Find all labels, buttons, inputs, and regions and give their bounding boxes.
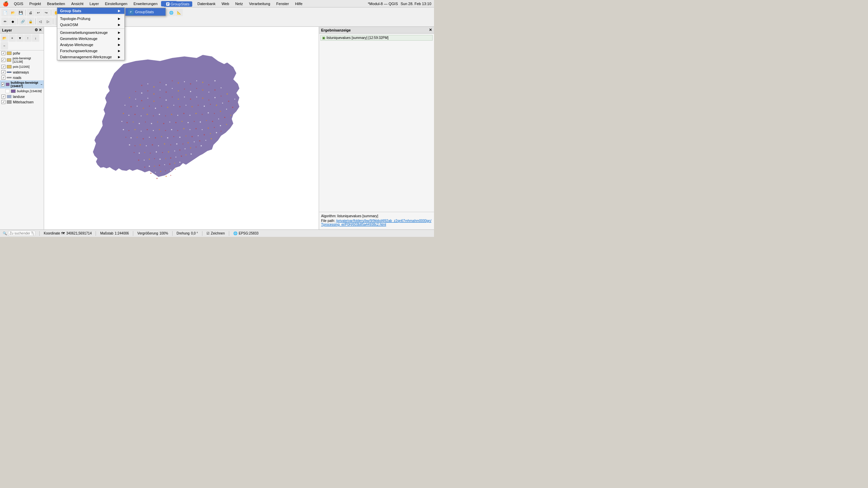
svg-point-180 xyxy=(154,166,155,167)
tb-open[interactable]: 📂 xyxy=(9,9,17,16)
tb-digitize[interactable]: ✏ xyxy=(1,18,9,25)
layer-item-landuse[interactable]: ✓ landuse xyxy=(0,94,44,99)
results-header: Ergebnisanzeige ✕ xyxy=(319,27,434,34)
svg-point-41 xyxy=(196,97,197,98)
svg-point-59 xyxy=(198,105,199,106)
svg-point-165 xyxy=(196,146,197,147)
layer-checkbox-pofw[interactable]: ✓ xyxy=(1,51,5,55)
layer-item-pois[interactable]: ✓ pois [12265] xyxy=(0,64,44,69)
svg-point-13 xyxy=(209,84,210,85)
svg-point-160 xyxy=(168,151,169,152)
svg-point-93 xyxy=(169,122,170,123)
layer-icon-buildings-sub xyxy=(11,89,16,93)
svg-point-97 xyxy=(194,121,195,122)
layers-tb-open[interactable]: 📂 xyxy=(1,34,8,42)
tb-new[interactable]: 📄 xyxy=(1,9,9,16)
layer-item-waterways[interactable]: ✓ waterways xyxy=(0,69,44,75)
menu-datamgmt[interactable]: Datenmanagement-Werkzeuge ▶ xyxy=(57,54,124,60)
apple-menu[interactable]: 🍎 xyxy=(3,1,8,6)
menu-geotools[interactable]: Geoverarbeitungswerkzeuge ▶ xyxy=(57,29,124,36)
svg-point-54 xyxy=(167,107,169,108)
menu-geometry[interactable]: Geometrie-Werkzeuge ▶ xyxy=(57,36,124,42)
algorithm-label: Algorithm: xyxy=(321,214,336,218)
layers-header-icons: ⚙ ✕ xyxy=(35,28,42,32)
menu-layer[interactable]: Layer xyxy=(87,1,102,6)
svg-point-10 xyxy=(190,83,191,85)
results-close-icon[interactable]: ✕ xyxy=(429,28,432,32)
layers-settings-icon[interactable]: ⚙ xyxy=(35,28,38,32)
result-item-listuniquevalues[interactable]: ▣ listuniquevalues [summary] [12:59:32PM… xyxy=(320,35,433,41)
svg-point-95 xyxy=(181,121,182,122)
menu-groupstats[interactable]: Group Stats ▶ xyxy=(57,8,124,14)
tb-snapping[interactable]: 🔗 xyxy=(19,18,26,25)
svg-point-148 xyxy=(182,143,183,144)
layer-checkbox-landuse[interactable]: ✓ xyxy=(1,95,5,99)
tb-print[interactable]: 🖨 xyxy=(27,9,34,16)
menu-fenster[interactable]: Fenster xyxy=(274,1,292,6)
layer-checkbox-pois[interactable]: ✓ xyxy=(1,65,5,69)
svg-point-25 xyxy=(196,88,197,89)
tb-lock[interactable]: 🔒 xyxy=(27,18,34,25)
menu-hilfe[interactable]: Hilfe xyxy=(292,1,305,6)
submenu-groupstats[interactable]: P GroupStats xyxy=(125,8,165,16)
layer-checkbox-pois-bereinigt[interactable]: ✓ xyxy=(1,58,5,62)
svg-point-78 xyxy=(195,113,197,114)
menu-research[interactable]: Forschungswerkzeuge ▶ xyxy=(57,48,124,54)
layer-checkbox-buildings-sub[interactable] xyxy=(5,89,9,93)
layers-tb-filter[interactable]: ▼ xyxy=(16,34,24,42)
layer-checkbox-buildings-bereinigt[interactable]: ✓ xyxy=(1,82,4,86)
menu-qgis[interactable]: QGIS xyxy=(11,1,26,6)
menu-bearbeiten[interactable]: Bearbeiten xyxy=(44,1,68,6)
tb-redo[interactable]: ↪ xyxy=(42,9,50,16)
menu-analysis[interactable]: Analyse-Werkzeuge ▶ xyxy=(57,42,124,48)
layer-item-roads[interactable]: ✓ roads xyxy=(0,75,44,80)
search-input[interactable] xyxy=(8,231,35,236)
svg-point-68 xyxy=(134,114,136,115)
render-checkbox[interactable]: ☑ xyxy=(206,231,210,235)
tb-save[interactable]: 💾 xyxy=(17,9,24,16)
menu-datenbank[interactable]: Datenbank xyxy=(195,1,218,6)
vector-menu[interactable]: Group Stats ▶ Topologie-Prüfung ▶ QuickO… xyxy=(57,7,125,60)
filepath-link[interactable]: /private/var/folders/bw/9/9kkkd4l92ab_z2… xyxy=(321,219,431,226)
tb-undo[interactable]: ↩ xyxy=(35,9,42,16)
menu-web[interactable]: Web xyxy=(219,1,232,6)
svg-point-183 xyxy=(169,163,171,165)
layers-close-icon[interactable]: ✕ xyxy=(39,28,42,32)
algorithm-value: listuniquevalues [summary] xyxy=(337,214,378,218)
layer-item-buildings-bereinigt[interactable]: ✓ buildings-bereinigt [154637] − xyxy=(0,80,44,88)
layers-tb-add[interactable]: + xyxy=(8,34,16,42)
menu-topology[interactable]: Topologie-Prüfung ▶ xyxy=(57,16,124,22)
layer-checkbox-mittelsachsen[interactable]: ✓ xyxy=(1,100,5,104)
groupstats-submenu[interactable]: P GroupStats xyxy=(125,8,166,16)
layer-item-pois-bereinigt[interactable]: ✓ pois-bereinigt [12138] xyxy=(0,56,44,64)
menu-ansicht[interactable]: Ansicht xyxy=(68,1,86,6)
tb-layout[interactable]: 📐 xyxy=(175,9,183,16)
menu-projekt[interactable]: Projekt xyxy=(27,1,44,6)
layer-item-mittelsachsen[interactable]: ✓ Mittelsachsen xyxy=(0,99,44,105)
menu-erweiterungen[interactable]: Erweiterungen xyxy=(131,1,160,6)
tb-nav-back[interactable]: ◁ xyxy=(37,18,44,25)
layer-item-pofw[interactable]: ✓ pofw xyxy=(0,50,44,56)
svg-point-161 xyxy=(174,150,175,151)
tb-browser[interactable]: 🌐 xyxy=(167,9,175,16)
layer-checkbox-waterways[interactable]: ✓ xyxy=(1,70,5,74)
menu-netz[interactable]: Netz xyxy=(233,1,246,6)
svg-point-21 xyxy=(172,88,173,89)
svg-point-79 xyxy=(202,114,203,115)
menu-quickosm[interactable]: QuickOSM ▶ xyxy=(57,22,124,28)
scale-label: Maßstab xyxy=(100,231,113,235)
menu-verarbeitung[interactable]: Verarbeitung xyxy=(246,1,273,6)
menu-divider-1 xyxy=(57,15,124,15)
layers-tb-up[interactable]: ↑ xyxy=(24,34,32,42)
tb-node[interactable]: ◆ xyxy=(9,18,17,25)
svg-point-182 xyxy=(164,164,165,165)
layer-item-buildings-sub[interactable]: buildings [154638] xyxy=(0,88,44,94)
svg-point-50 xyxy=(143,108,144,109)
svg-point-151 xyxy=(199,140,200,142)
menu-einstellungen[interactable]: Einstellungen xyxy=(102,1,130,6)
tb-nav-fwd[interactable]: ▷ xyxy=(44,18,52,25)
layers-tb-down[interactable]: ↓ xyxy=(32,34,39,42)
layers-tb-remove[interactable]: − xyxy=(1,42,8,49)
results-list: ▣ listuniquevalues [summary] [12:59:32PM… xyxy=(319,34,434,212)
layer-checkbox-roads[interactable]: ✓ xyxy=(1,76,5,80)
